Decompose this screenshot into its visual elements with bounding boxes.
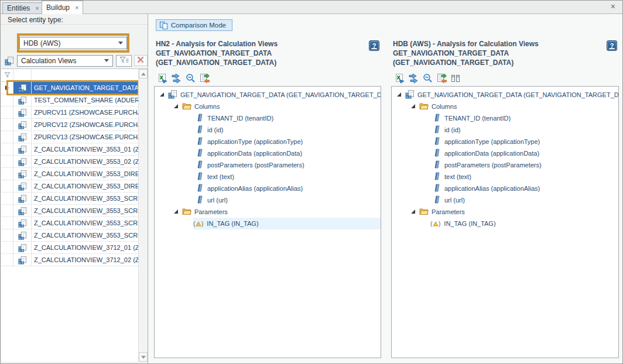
tree-column-item[interactable]: applicationAlias (applicationAlias) xyxy=(392,183,618,194)
help-icon[interactable]: ? xyxy=(369,40,379,51)
tree-column-label: text (text) xyxy=(207,173,234,180)
tree-column-item[interactable]: postParameters (postParameters) xyxy=(155,159,381,171)
close-icon[interactable]: × xyxy=(611,2,615,11)
tree-expanded-icon[interactable] xyxy=(173,208,179,215)
list-item-label: ZPURCV11 (ZSHOWCASE.PURCHASIN xyxy=(32,107,138,118)
transfer-compare-button[interactable] xyxy=(199,73,210,84)
tree-column-item[interactable]: applicationData (applicationData) xyxy=(392,147,618,159)
tree-folder-columns[interactable]: Columns xyxy=(392,101,618,112)
row-indicator-cell xyxy=(1,229,13,241)
tree-folder-parameters[interactable]: Parameters xyxy=(392,206,618,218)
list-item[interactable]: ZPURCV13 (ZSHOWCASE.PURCHASIN xyxy=(1,131,138,143)
expand-all-button[interactable] xyxy=(408,73,419,84)
entity-list-grid: GET_NAVIGATION_TARGET_DATA (s TEST_COMME… xyxy=(1,68,148,362)
tree-parameter-item[interactable]: ( ) IN_TAG (IN_TAG) xyxy=(392,218,618,229)
list-item-label: Z_CALCULATIONVIEW_3712_01 (ZSF xyxy=(32,242,138,253)
list-item-label: Z_CALCULATIONVIEW_3553_DIRECT xyxy=(32,180,138,192)
entity-type-dropdown[interactable]: HDB (AWS) xyxy=(19,37,127,49)
tree-parameter-item[interactable]: ( ) IN_TAG (IN_TAG) xyxy=(155,218,381,229)
tree-parameter-label: IN_TAG (IN_TAG) xyxy=(207,220,258,227)
list-item[interactable]: Z_CALCULATIONVIEW_3712_01 (ZSF xyxy=(1,242,138,254)
tree-column-label: TENANT_ID (tenantID) xyxy=(444,115,511,122)
list-item-label: Z_CALCULATIONVIEW_3553_SCRIPT xyxy=(32,217,138,229)
tab-close-icon[interactable]: × xyxy=(35,5,39,12)
list-item[interactable]: Z_CALCULATIONVIEW_3553_01 (ZSF xyxy=(1,143,138,156)
column-icon xyxy=(197,125,203,135)
list-item[interactable]: ZPURCV11 (ZSHOWCASE.PURCHASIN xyxy=(1,107,138,119)
transfer-compare-button[interactable] xyxy=(436,73,447,84)
tree-column-label: TENANT_ID (tenantID) xyxy=(207,115,273,122)
list-item-label: Z_CALCULATIONVIEW_3553_01 (ZSF xyxy=(32,143,138,155)
grid-filter-row[interactable] xyxy=(1,69,138,82)
panel-hn2: HN2 - Analysis for Calculation Views GET… xyxy=(154,39,381,358)
tab-strip: Entities × Buildup × × xyxy=(1,1,622,14)
tree-column-item[interactable]: url (url) xyxy=(392,194,618,206)
tab-buildup-label: Buildup xyxy=(46,4,70,12)
tree-expanded-icon[interactable] xyxy=(173,103,179,110)
tree-column-item[interactable]: applicationData (applicationData) xyxy=(155,147,381,159)
list-item[interactable]: Z_CALCULATIONVIEW_3553_DIRECT xyxy=(1,168,138,180)
tab-entities[interactable]: Entities × xyxy=(2,2,44,14)
tree-column-item[interactable]: text (text) xyxy=(155,171,381,183)
panel-hn2-toolbar xyxy=(154,73,381,84)
filter-funnel-icon xyxy=(119,56,129,66)
list-item[interactable]: TEST_COMMENT_SHARE (ADUERRST xyxy=(1,94,138,107)
list-item[interactable]: ZPURCV12 (ZSHOWCASE.PURCHASIN xyxy=(1,119,138,131)
tree-root-item[interactable]: GET_NAVIGATION_TARGET_DATA (GET_NAVIGATI… xyxy=(392,89,618,101)
list-item[interactable]: Z_CALCULATIONVIEW_3553_DIRECT xyxy=(1,180,138,193)
scrollbar-track[interactable] xyxy=(139,78,148,352)
export-excel-button[interactable] xyxy=(394,73,405,84)
list-item[interactable]: Z_CALCULATIONVIEW_3553_SCRIPT xyxy=(1,193,138,205)
list-item[interactable]: Z_CALCULATIONVIEW_3553_02 (ZSF xyxy=(1,156,138,168)
tree-expanded-icon[interactable] xyxy=(410,103,416,110)
tree-column-item[interactable]: postParameters (postParameters) xyxy=(392,159,618,171)
column-icon xyxy=(197,184,203,193)
tree-expanded-icon[interactable] xyxy=(410,208,416,215)
grid-filter-funnel-icon xyxy=(4,71,11,80)
zoom-out-button[interactable] xyxy=(185,73,196,84)
column-icon xyxy=(434,125,440,135)
column-icon xyxy=(434,114,440,123)
tab-buildup[interactable]: Buildup × xyxy=(42,1,83,14)
list-item[interactable]: Z_CALCULATIONVIEW_3553_SCRIPT xyxy=(1,229,138,242)
tree-column-item[interactable]: TENANT_ID (tenantID) xyxy=(155,112,381,124)
list-item-label: Z_CALCULATIONVIEW_3712_02 (ZSF xyxy=(32,254,138,266)
column-icon xyxy=(434,149,440,158)
comparison-mode-button[interactable]: Comparison Mode xyxy=(156,19,232,31)
zoom-out-button[interactable] xyxy=(422,73,433,84)
tree-column-item[interactable]: applicationType (applicationType) xyxy=(155,136,381,147)
entity-category-dropdown[interactable]: Calculation Views xyxy=(17,55,113,67)
tree-column-item[interactable]: applicationType (applicationType) xyxy=(392,136,618,147)
tree-root-label: GET_NAVIGATION_TARGET_DATA (GET_NAVIGATI… xyxy=(180,91,381,98)
help-icon[interactable]: ? xyxy=(607,40,617,51)
entity-list-scrollbar[interactable] xyxy=(138,69,148,362)
list-item-label: Z_CALCULATIONVIEW_3553_SCRIPT xyxy=(32,229,138,241)
calculation-view-icon xyxy=(13,254,32,266)
list-item[interactable]: Z_CALCULATIONVIEW_3712_02 (ZSF xyxy=(1,254,138,266)
scroll-down-button[interactable] xyxy=(139,352,148,362)
clear-filter-button[interactable] xyxy=(134,55,148,66)
tree-folder-columns[interactable]: Columns xyxy=(155,101,381,112)
list-item[interactable]: Z_CALCULATIONVIEW_3553_SCRIPT xyxy=(1,205,138,217)
tree-folder-parameters[interactable]: Parameters xyxy=(155,206,381,218)
columns-layout-button[interactable] xyxy=(450,73,461,84)
tree-column-item[interactable]: text (text) xyxy=(392,171,618,183)
list-item[interactable]: Z_CALCULATIONVIEW_3553_SCRIPT xyxy=(1,217,138,229)
tree-column-item[interactable]: applicationAlias (applicationAlias) xyxy=(155,183,381,194)
list-item[interactable]: GET_NAVIGATION_TARGET_DATA (s xyxy=(1,82,138,94)
panel-hdb-toolbar xyxy=(391,73,619,84)
scroll-up-button[interactable] xyxy=(139,69,148,78)
tree-column-item[interactable]: id (id) xyxy=(155,124,381,136)
tree-column-item[interactable]: id (id) xyxy=(392,124,618,136)
tree-expanded-icon[interactable] xyxy=(396,91,402,98)
tab-close-icon[interactable]: × xyxy=(75,5,78,11)
tree-column-item[interactable]: url (url) xyxy=(155,194,381,206)
tree-root-item[interactable]: GET_NAVIGATION_TARGET_DATA (GET_NAVIGATI… xyxy=(155,89,381,101)
panel-hn2-header: HN2 - Analysis for Calculation Views GET… xyxy=(154,39,381,67)
export-excel-button[interactable] xyxy=(157,73,167,84)
expand-all-button[interactable] xyxy=(171,73,182,84)
tree-expanded-icon[interactable] xyxy=(159,91,165,98)
filter-button[interactable] xyxy=(116,55,131,67)
tree-column-item[interactable]: TENANT_ID (tenantID) xyxy=(392,112,618,124)
comparison-area: Comparison Mode HN2 - Analysis for Calcu… xyxy=(149,14,623,364)
